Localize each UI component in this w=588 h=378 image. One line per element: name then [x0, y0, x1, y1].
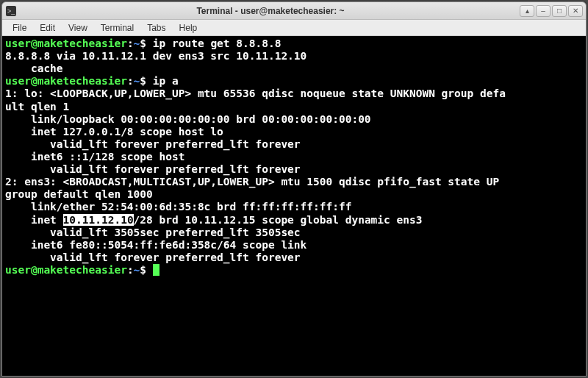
window-controls: ▴ – □ ✕: [520, 5, 583, 17]
output-line: link/loopback 00:00:00:00:00:00 brd 00:0…: [5, 113, 371, 125]
prompt-sep: :: [127, 264, 134, 276]
prompt-sep: :: [127, 75, 134, 87]
shade-button[interactable]: ▴: [520, 5, 534, 17]
output-line: inet6 ::1/128 scope host: [5, 151, 184, 163]
menu-tabs[interactable]: Tabs: [141, 21, 171, 35]
prompt-userhost: user@maketecheasier: [5, 264, 127, 276]
terminal-body[interactable]: user@maketecheasier:~$ ip route get 8.8.…: [2, 36, 586, 376]
output-line: valid_lft forever preferred_lft forever: [5, 138, 301, 150]
output-line: group default qlen 1000: [5, 188, 153, 200]
prompt-userhost: user@maketecheasier: [5, 38, 127, 49]
output-line: valid_lft forever preferred_lft forever: [5, 252, 301, 263]
prompt-sep: :: [127, 38, 134, 49]
terminal-window: >_ Terminal - user@maketecheasier: ~ ▴ –…: [1, 1, 587, 377]
output-line: link/ether 52:54:00:6d:35:8c brd ff:ff:f…: [5, 201, 351, 213]
prompt-suffix: $: [140, 38, 152, 49]
output-line: /28 brd 10.11.12.15 scope global dynamic…: [134, 214, 423, 226]
output-line: valid_lft forever preferred_lft forever: [5, 163, 301, 175]
output-line: inet6 fe80::5054:ff:fe6d:358c/64 scope l…: [5, 239, 306, 251]
output-line: ult qlen 1: [5, 101, 69, 113]
prompt-userhost: user@maketecheasier: [5, 75, 127, 87]
close-button[interactable]: ✕: [568, 5, 583, 17]
command-1: ip route get 8.8.8.8: [153, 38, 282, 49]
terminal-app-icon: >_: [5, 5, 17, 17]
output-line: inet: [5, 214, 63, 226]
output-line: 1: lo: <LOOPBACK,UP,LOWER_UP> mtu 65536 …: [5, 88, 506, 99]
output-line: 2: ens3: <BROADCAST,MULTICAST,UP,LOWER_U…: [5, 176, 506, 188]
cursor: [153, 264, 159, 276]
menu-help[interactable]: Help: [173, 21, 204, 35]
menu-terminal[interactable]: Terminal: [95, 21, 140, 35]
maximize-button[interactable]: □: [552, 5, 567, 17]
minimize-button[interactable]: –: [536, 5, 551, 17]
prompt-suffix: $: [140, 264, 152, 276]
output-line: cache: [5, 63, 63, 74]
menu-view[interactable]: View: [62, 21, 93, 35]
output-line: inet 127.0.0.1/8 scope host lo: [5, 126, 223, 138]
selected-ip: 10.11.12.10: [63, 214, 134, 226]
window-title: Terminal - user@maketecheasier: ~: [21, 6, 520, 16]
prompt-suffix: $: [140, 75, 152, 87]
output-line: 8.8.8.8 via 10.11.12.1 dev ens3 src 10.1…: [5, 50, 306, 62]
output-line: valid_lft 3505sec preferred_lft 3505sec: [5, 227, 301, 238]
command-2: ip a: [153, 75, 179, 87]
titlebar: >_ Terminal - user@maketecheasier: ~ ▴ –…: [2, 2, 586, 20]
menubar: File Edit View Terminal Tabs Help: [2, 20, 586, 36]
menu-file[interactable]: File: [7, 21, 32, 35]
svg-text:>_: >_: [7, 7, 15, 15]
menu-edit[interactable]: Edit: [34, 21, 61, 35]
